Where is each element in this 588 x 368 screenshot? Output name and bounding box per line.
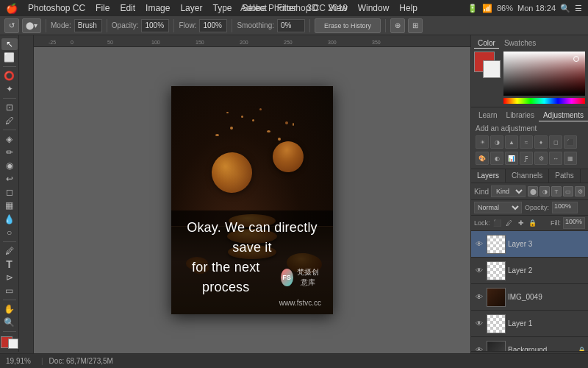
layer-item-2[interactable]: 👁 Layer 2: [471, 258, 588, 284]
layer-eye-img[interactable]: 👁: [474, 292, 484, 302]
apple-menu[interactable]: 🍎: [6, 3, 18, 14]
adj-channel-mixer[interactable]: Ƒ: [520, 152, 533, 165]
blend-mode-select[interactable]: Normal: [474, 202, 522, 213]
options-extra-1[interactable]: ⊕: [390, 18, 405, 33]
crop-tool[interactable]: ⊡: [1, 102, 18, 113]
gradient-tool[interactable]: ▦: [1, 199, 18, 211]
filter-shape[interactable]: ▭: [563, 186, 573, 197]
blur-tool[interactable]: 💧: [1, 213, 18, 225]
brush-tool[interactable]: ✏: [1, 146, 18, 158]
adj-vibrance[interactable]: ◻: [549, 135, 562, 149]
zoom-tool[interactable]: 🔍: [1, 316, 18, 328]
particle: [267, 130, 270, 132]
shape-tool[interactable]: ▭: [1, 285, 18, 297]
tab-layers[interactable]: Layers: [471, 169, 506, 183]
layer-eye-1[interactable]: 👁: [474, 319, 484, 329]
search-icon[interactable]: 🔍: [560, 4, 570, 13]
hue-slider[interactable]: [503, 98, 585, 104]
adj-brightness[interactable]: ☀: [476, 135, 489, 149]
fg-bg-colors[interactable]: [1, 336, 18, 350]
mode-select[interactable]: Brush: [74, 19, 102, 32]
layer-item-img[interactable]: 👁 IMG_0049: [471, 284, 588, 311]
layer-eye-2[interactable]: 👁: [474, 266, 484, 276]
menu-edit[interactable]: Edit: [115, 1, 140, 15]
add-adjustment-label: Add an adjustment: [474, 121, 585, 134]
tab-color[interactable]: Color: [474, 38, 499, 49]
adj-curves[interactable]: ≈: [520, 135, 533, 149]
kind-label: Kind: [474, 188, 489, 196]
lasso-tool[interactable]: ⭕: [1, 70, 18, 82]
color-picker-indicator[interactable]: [573, 56, 579, 62]
smoothing-input[interactable]: 0%: [277, 19, 305, 32]
pen-tool[interactable]: 🖉: [1, 244, 18, 256]
adj-contrast[interactable]: ◑: [490, 135, 503, 149]
options-sep-1: [46, 19, 46, 32]
tab-learn[interactable]: Learn: [474, 110, 502, 121]
eraser-history-btn[interactable]: Erase to History: [315, 18, 381, 33]
opacity-value[interactable]: 100%: [552, 202, 578, 213]
adj-photo-filter[interactable]: 📊: [505, 152, 518, 165]
color-picker-area[interactable]: [503, 52, 585, 104]
path-tool[interactable]: ⊳: [1, 272, 18, 283]
adj-levels[interactable]: ▲: [505, 135, 518, 149]
layer-thumb-check-2: [487, 262, 505, 280]
hand-tool[interactable]: ✋: [1, 303, 18, 315]
layer-item-1[interactable]: 👁 Layer 1: [471, 311, 588, 337]
wand-tool[interactable]: ✦: [1, 83, 18, 95]
adj-color-lookup[interactable]: ⚙: [534, 152, 548, 165]
adj-invert[interactable]: ↔: [549, 152, 562, 165]
adj-bw[interactable]: ◐: [490, 152, 503, 165]
adj-hsl[interactable]: ⬛: [564, 135, 577, 149]
marquee-tool[interactable]: ⬜: [1, 52, 18, 63]
lock-all[interactable]: 🔒: [528, 218, 538, 228]
filter-type[interactable]: T: [551, 186, 562, 197]
lock-position[interactable]: ✚: [516, 218, 526, 228]
subtitle-overlay: Okay. We can directly save it for the ne…: [171, 210, 333, 314]
menu-file[interactable]: File: [91, 1, 114, 15]
layer-eye-3[interactable]: 👁: [474, 239, 484, 250]
tab-paths[interactable]: Paths: [549, 169, 581, 183]
bg-color-swatch[interactable]: [8, 339, 18, 349]
layer-item-bg[interactable]: 👁 Background 🔒: [471, 337, 588, 351]
history-brush[interactable]: ↩: [1, 173, 18, 185]
layer-item-3[interactable]: 👁 Layer 3: [471, 231, 588, 258]
adj-posterize[interactable]: ▦: [564, 152, 577, 165]
tab-swatches[interactable]: Swatches: [501, 38, 539, 49]
eraser-tool[interactable]: ◻: [1, 186, 18, 198]
brush-tool-btn[interactable]: ↺: [4, 18, 19, 33]
adj-exposure[interactable]: ♦: [534, 135, 548, 149]
main-content: IMG_0542.CR2 @ 19,9% (Layer 3, RGB/8*) -…: [19, 35, 470, 353]
dodge-tool[interactable]: ○: [1, 227, 18, 238]
tab-libraries[interactable]: Libraries: [502, 110, 539, 121]
notification-icon[interactable]: ☰: [575, 4, 582, 13]
adjustments-tabs: Learn Libraries Adjustments: [474, 110, 585, 121]
layer-eye-bg[interactable]: 👁: [474, 345, 484, 352]
tab-channels[interactable]: Channels: [506, 169, 549, 183]
fill-value[interactable]: 100%: [563, 217, 585, 229]
fg-bg-stack[interactable]: [474, 52, 501, 78]
filter-adj[interactable]: ◑: [539, 186, 550, 197]
patch-tool[interactable]: ◈: [1, 133, 18, 145]
eyedropper-tool[interactable]: 🖊: [1, 115, 18, 127]
lock-transparent[interactable]: ⬛: [492, 218, 503, 228]
options-extra-2[interactable]: ⊞: [408, 18, 423, 33]
ruler-vertical: [19, 35, 34, 353]
bg-color-box[interactable]: [483, 60, 501, 78]
clone-tool[interactable]: ◉: [1, 160, 18, 171]
layer-thumb-photo: [487, 289, 505, 306]
kind-select[interactable]: Kind: [491, 185, 526, 197]
adj-color-balance[interactable]: 🎨: [476, 152, 489, 165]
filter-pixel[interactable]: ⬤: [528, 186, 538, 197]
filter-smart[interactable]: ⚙: [575, 186, 585, 197]
watermark-inline: FS 梵摄创意库: [281, 267, 321, 288]
brush-preset-btn[interactable]: ⬤▾: [22, 18, 41, 33]
canvas-area[interactable]: Okay. We can directly save it for the ne…: [34, 47, 470, 353]
move-tool[interactable]: ↖: [1, 38, 18, 50]
flow-input[interactable]: 100%: [199, 19, 227, 32]
menu-photoshop[interactable]: Photoshop CC: [24, 1, 90, 15]
opacity-input[interactable]: 100%: [141, 19, 169, 32]
tab-adjustments[interactable]: Adjustments: [539, 110, 588, 121]
color-gradient[interactable]: [503, 52, 585, 96]
lock-image[interactable]: 🖊: [504, 218, 514, 228]
text-tool[interactable]: T: [1, 258, 18, 270]
